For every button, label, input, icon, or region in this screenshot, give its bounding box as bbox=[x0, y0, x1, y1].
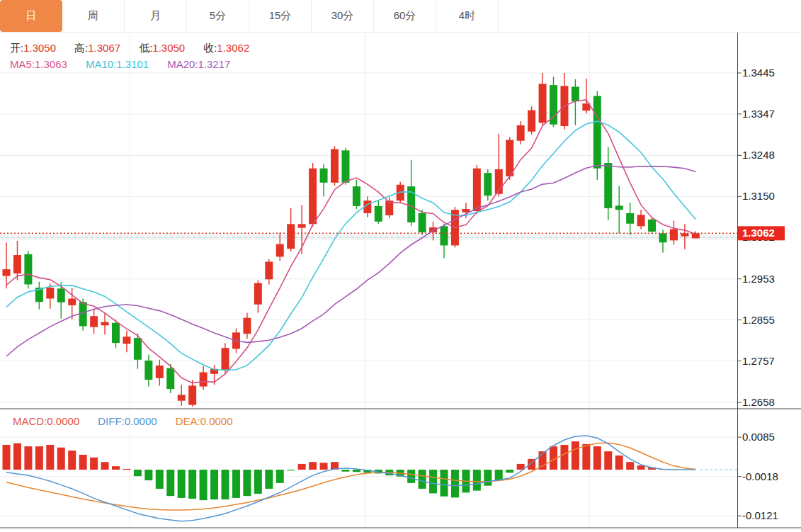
candle-body bbox=[320, 169, 328, 183]
tab-label: 15分 bbox=[269, 9, 292, 23]
axis-tick-label: 1.2953 bbox=[742, 273, 775, 285]
tab-label: 周 bbox=[88, 9, 98, 23]
ma5-line bbox=[6, 100, 695, 383]
price-and-macd-chart[interactable]: 1.34451.33471.32481.31501.30521.29531.28… bbox=[0, 0, 801, 532]
macd-histogram-bar bbox=[166, 470, 174, 496]
candle-body bbox=[101, 322, 109, 326]
macd-histogram-bar bbox=[560, 445, 568, 470]
macd-histogram-bar bbox=[200, 470, 208, 500]
period-tab-bar: 日周月5分15分30分60分4时 bbox=[0, 0, 801, 33]
candle-body bbox=[615, 205, 623, 210]
macd-histogram-bar bbox=[57, 448, 65, 470]
macd-histogram-bar bbox=[144, 470, 152, 480]
readout-item: 高:1.3067 bbox=[74, 42, 120, 55]
candle-body bbox=[276, 244, 284, 257]
macd-histogram-bar bbox=[604, 451, 612, 470]
macd-histogram-bar bbox=[112, 466, 120, 470]
macd-histogram-bar bbox=[593, 446, 601, 470]
macd-histogram-bar bbox=[637, 465, 645, 470]
candle-body bbox=[637, 215, 645, 226]
candle-body bbox=[254, 283, 262, 305]
readout-item: 开:1.3050 bbox=[10, 42, 56, 55]
readout-label: MA20: bbox=[167, 58, 198, 70]
candle-body bbox=[341, 150, 349, 182]
macd-histogram-bar bbox=[210, 470, 218, 499]
readout-label: 高: bbox=[74, 42, 88, 54]
readout-item: MA5:1.3063 bbox=[10, 58, 67, 70]
readout-value: 1.3050 bbox=[23, 42, 56, 54]
axis-tick-label: 1.3347 bbox=[742, 108, 775, 120]
readout-item: 收:1.3062 bbox=[203, 42, 249, 55]
candle-body bbox=[506, 140, 513, 176]
ma20-line bbox=[6, 166, 695, 357]
candle-body bbox=[484, 173, 492, 196]
tab-60min[interactable]: 60分 bbox=[374, 0, 436, 32]
candle-body bbox=[68, 298, 76, 305]
candle-body bbox=[200, 372, 208, 386]
macd-histogram-bar bbox=[572, 441, 579, 470]
macd-histogram-bar bbox=[79, 455, 87, 470]
axis-tick-label: -0.0018 bbox=[742, 470, 778, 482]
macd-histogram-bar bbox=[419, 470, 426, 489]
tab-day[interactable]: 日 bbox=[0, 0, 62, 32]
macd-histogram-bar bbox=[484, 470, 492, 486]
candle-body bbox=[298, 224, 306, 227]
tab-4hour[interactable]: 4时 bbox=[436, 0, 499, 32]
candle-body bbox=[441, 226, 448, 245]
candle-body bbox=[517, 125, 525, 141]
chart-window: 1.34451.33471.32481.31501.30521.29531.28… bbox=[0, 0, 801, 532]
macd-histogram-bar bbox=[13, 443, 21, 470]
macd-histogram-bar bbox=[353, 470, 360, 472]
candle-body bbox=[375, 206, 382, 222]
tab-15min[interactable]: 15分 bbox=[249, 0, 312, 32]
macd-histogram-bar bbox=[429, 470, 437, 493]
candle-body bbox=[648, 220, 656, 232]
tab-label: 5分 bbox=[210, 9, 226, 23]
readout-value: 1.3101 bbox=[116, 58, 149, 70]
tab-month[interactable]: 月 bbox=[125, 0, 187, 32]
candle-body bbox=[419, 213, 426, 232]
candle-body bbox=[692, 233, 700, 238]
readout-label: MA5: bbox=[10, 58, 35, 70]
macd-histogram-bar bbox=[407, 470, 415, 483]
tab-5min[interactable]: 5分 bbox=[187, 0, 249, 32]
macd-histogram-bar bbox=[35, 446, 43, 470]
macd-histogram-bar bbox=[123, 469, 130, 470]
macd-histogram-bar bbox=[232, 470, 240, 498]
macd-histogram-bar bbox=[188, 470, 196, 499]
tab-week[interactable]: 周 bbox=[62, 0, 125, 32]
readout-label: MACD: bbox=[13, 415, 47, 427]
candle-body bbox=[46, 288, 54, 298]
macd-histogram-bar bbox=[287, 470, 295, 470]
tab-label: 4时 bbox=[459, 9, 475, 23]
candle-body bbox=[222, 348, 229, 370]
ma10-line bbox=[6, 121, 695, 370]
ma-readout: MA5:1.3063MA10:1.3101MA20:1.3217 bbox=[10, 58, 249, 70]
tab-label: 日 bbox=[26, 9, 37, 23]
readout-label: DIFF: bbox=[98, 415, 125, 427]
macd-histogram-bar bbox=[506, 470, 513, 472]
macd-histogram-bar bbox=[320, 463, 328, 470]
candle-body bbox=[309, 169, 317, 225]
candle-body bbox=[156, 366, 164, 378]
candle-body bbox=[287, 224, 295, 249]
readout-item: MACD:0.0000 bbox=[13, 415, 79, 427]
macd-histogram-bar bbox=[473, 470, 481, 491]
tab-30min[interactable]: 30分 bbox=[312, 0, 374, 32]
macd-histogram-bar bbox=[451, 470, 459, 497]
macd-histogram-bar bbox=[101, 462, 109, 470]
macd-histogram-bar bbox=[134, 470, 142, 476]
candle-body bbox=[188, 385, 196, 404]
macd-histogram-bar bbox=[495, 470, 503, 480]
readout-value: 0.0000 bbox=[47, 415, 79, 427]
readout-value: 1.3050 bbox=[152, 42, 185, 54]
tab-label: 60分 bbox=[394, 9, 416, 23]
candle-body bbox=[166, 368, 174, 390]
axis-tick-label: 1.3445 bbox=[742, 67, 775, 79]
axis-tick-label: 1.2658 bbox=[742, 396, 775, 408]
candle-body bbox=[539, 84, 547, 123]
readout-value: 1.3062 bbox=[217, 42, 249, 54]
candle-body bbox=[353, 186, 360, 206]
macd-histogram-bar bbox=[68, 451, 76, 470]
candle-body bbox=[123, 336, 130, 344]
